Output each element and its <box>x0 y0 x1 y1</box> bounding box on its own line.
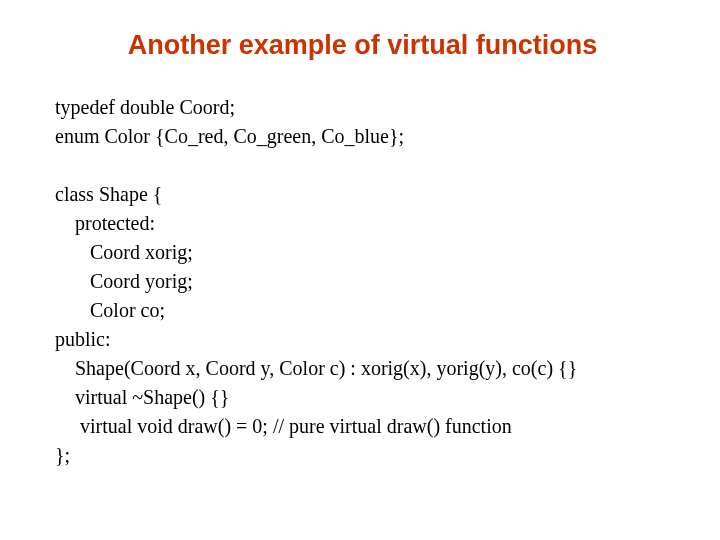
code-line: }; <box>55 444 70 466</box>
code-line: class Shape { <box>55 183 162 205</box>
code-line: Coord xorig; <box>55 241 193 263</box>
code-line: protected: <box>55 212 155 234</box>
code-line: Shape(Coord x, Coord y, Color c) : xorig… <box>55 357 577 379</box>
code-line: Color co; <box>55 299 165 321</box>
code-line: Coord yorig; <box>55 270 193 292</box>
code-line: typedef double Coord; <box>55 96 235 118</box>
code-line: enum Color {Co_red, Co_green, Co_blue}; <box>55 125 404 147</box>
code-line: virtual ~Shape() {} <box>55 386 229 408</box>
code-line: virtual void draw() = 0; // pure virtual… <box>55 415 512 437</box>
code-block: typedef double Coord; enum Color {Co_red… <box>55 93 670 470</box>
slide: Another example of virtual functions typ… <box>0 0 720 540</box>
slide-title: Another example of virtual functions <box>55 30 670 61</box>
code-line: public: <box>55 328 111 350</box>
